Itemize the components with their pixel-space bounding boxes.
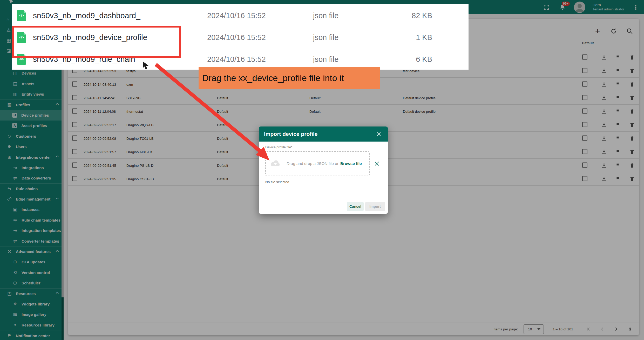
clear-file-button[interactable] [373, 160, 381, 168]
browse-file-link[interactable]: Browse file [340, 161, 362, 166]
dropzone-text: Drag and drop a JSON file or [287, 161, 338, 166]
dialog-title: Import device profile [264, 131, 318, 137]
dialog-header: Import device profile [259, 126, 388, 142]
import-device-profile-dialog: Import device profile Device profile fil… [259, 126, 388, 214]
import-button[interactable]: Import [365, 202, 385, 211]
screen: 99+ Hera Tenant administrator ⋮ ⌂ ⚠ ▦ ◪ … [0, 0, 644, 340]
file-field-label: Device profile file* [265, 145, 292, 149]
cancel-button[interactable]: Cancel [347, 202, 364, 211]
file-dropzone[interactable]: Drag and drop a JSON file or Browse file [265, 151, 370, 176]
clear-icon [374, 161, 380, 167]
cloud-upload-icon [270, 159, 281, 168]
no-file-text: No file selected [265, 180, 289, 184]
close-dialog-button[interactable] [375, 130, 383, 138]
close-icon [376, 131, 382, 137]
